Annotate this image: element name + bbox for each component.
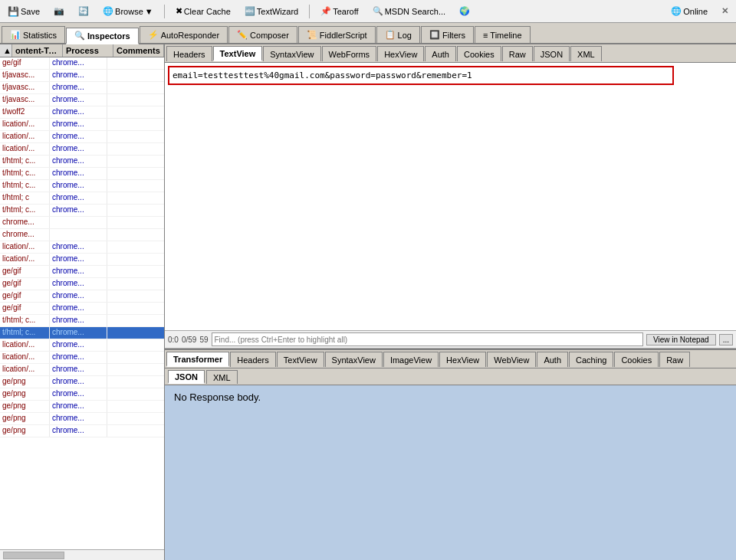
close-button[interactable]: ✕ (717, 4, 733, 18)
req-tab-xml[interactable]: XML (570, 46, 602, 61)
resp-tab-headers[interactable]: Headers (230, 352, 276, 367)
list-item[interactable]: ge/gifchrome... (0, 303, 164, 315)
req-raw-label: Raw (509, 50, 526, 59)
resp-syntaxview-label: SyntaxView (332, 355, 376, 365)
resp-subtab-xml[interactable]: XML (206, 370, 238, 384)
tab-autoresponder[interactable]: ⚡ AutoResponder (140, 26, 228, 43)
find-position: 0:0 (168, 336, 179, 344)
req-tab-auth[interactable]: Auth (425, 46, 456, 61)
online-button[interactable]: 🌐 Online (666, 4, 712, 18)
resp-tab-auth[interactable]: Auth (537, 352, 568, 367)
list-item[interactable]: t/woff2chrome... (0, 106, 164, 119)
list-item[interactable]: t/javasc...chrome... (0, 94, 164, 106)
req-tab-hexview[interactable]: HexView (377, 46, 424, 61)
filters-label: Filters (442, 31, 465, 40)
resp-tab-caching[interactable]: Caching (569, 352, 613, 367)
list-item[interactable]: lication/...chrome... (0, 352, 164, 364)
list-item[interactable]: t/html; c...chrome... (0, 315, 164, 327)
clear-cache-label: Clear Cache (184, 7, 231, 16)
list-item[interactable]: t/javasc...chrome... (0, 70, 164, 82)
req-tab-webforms[interactable]: WebForms (322, 46, 377, 61)
textwizard-icon: 🔤 (245, 6, 255, 16)
list-item[interactable]: lication/...chrome... (0, 339, 164, 352)
req-tab-syntaxview[interactable]: SyntaxView (263, 46, 320, 61)
list-item[interactable]: ge/gifchrome... (0, 266, 164, 278)
req-tab-json[interactable]: JSON (534, 46, 570, 61)
browse-label: Browse (115, 7, 143, 16)
resp-cookies-label: Cookies (621, 355, 652, 365)
list-item[interactable]: t/html; c...chrome... (0, 205, 164, 217)
view-in-notepad-button[interactable]: View in Notepad (646, 334, 716, 345)
list-item[interactable]: lication/...chrome... (0, 241, 164, 254)
list-item[interactable]: ge/pngchrome... (0, 401, 164, 413)
tab-inspectors[interactable]: 🔍 Inspectors (66, 28, 139, 44)
browse-button[interactable]: 🌐 Browse ▼ (98, 4, 158, 18)
resp-tab-imageview[interactable]: ImageView (383, 352, 439, 367)
list-item[interactable]: ge/pngchrome... (0, 388, 164, 401)
req-tab-textview[interactable]: TextView (213, 46, 263, 61)
req-textview-label: TextView (220, 49, 256, 58)
list-item[interactable]: lication/...chrome... (0, 254, 164, 266)
screenshot-button[interactable]: 📷 (49, 4, 69, 18)
list-item[interactable]: ge/gifchrome... (0, 57, 164, 70)
clear-cache-button[interactable]: ✖ Clear Cache (171, 4, 235, 18)
resp-headers-label: Headers (237, 355, 269, 365)
list-item[interactable]: chrome... (0, 217, 164, 229)
save-button[interactable]: 💾 Save (3, 4, 44, 19)
find-count: 0/59 (182, 336, 196, 344)
msdn-search-button[interactable]: 🔍 MSDN Search... (368, 4, 450, 18)
main-layout: ▲ ontent-Type Process Comments ge/gifchr… (0, 44, 736, 560)
horizontal-scrollbar[interactable] (0, 549, 164, 560)
resp-tab-textview[interactable]: TextView (277, 352, 324, 367)
response-subtabs2: JSON XML (165, 368, 736, 385)
tab-timeline[interactable]: ≡ Timeline (475, 26, 531, 43)
list-item[interactable]: t/html; c...chrome... (0, 168, 164, 180)
filters-icon: 🔲 (429, 30, 440, 40)
list-item[interactable]: ge/gifchrome... (0, 278, 164, 290)
list-item[interactable]: t/html; c...chrome... (0, 180, 164, 192)
list-item[interactable]: ge/pngchrome... (0, 413, 164, 425)
tab-statistics[interactable]: 📊 Statistics (2, 26, 65, 43)
list-item[interactable]: chrome... (0, 229, 164, 241)
resp-tab-webview[interactable]: WebView (487, 352, 536, 367)
resp-raw-label: Raw (666, 355, 683, 365)
list-item[interactable]: lication/...chrome... (0, 119, 164, 131)
list-item[interactable]: t/javasc...chrome... (0, 82, 164, 94)
list-item[interactable]: lication/...chrome... (0, 143, 164, 156)
tab-log[interactable]: 📋 Log (376, 26, 420, 43)
tearoff-button[interactable]: 📌 Tearoff (316, 4, 363, 18)
resp-tab-cookies[interactable]: Cookies (614, 352, 659, 367)
list-item[interactable]: lication/...chrome... (0, 131, 164, 143)
response-area: JSON XML No Response body. (165, 368, 736, 560)
list-item[interactable]: ge/gifchrome... (0, 290, 164, 303)
textwizard-label: TextWizard (257, 7, 298, 16)
tab-filters[interactable]: 🔲 Filters (421, 26, 474, 43)
find-bar: 0:0 0/59 59 View in Notepad ... (165, 330, 736, 349)
sort-button[interactable]: ▲ (0, 44, 12, 57)
resp-subtab-json[interactable]: JSON (168, 370, 205, 384)
req-tab-headers[interactable]: Headers (166, 46, 212, 61)
resp-tab-hexview[interactable]: HexView (439, 352, 486, 367)
list-item[interactable]: ge/pngchrome... (0, 376, 164, 388)
resp-tab-syntaxview[interactable]: SyntaxView (325, 352, 383, 367)
list-item[interactable]: t/html; cchrome... (0, 192, 164, 205)
find-input[interactable] (212, 332, 644, 346)
tab-composer[interactable]: ✏️ Composer (228, 26, 297, 43)
resp-tab-transformer[interactable]: Transformer (166, 352, 229, 367)
list-item-selected[interactable]: t/html; c...chrome... (0, 327, 164, 339)
tab-fiddlerscript[interactable]: 📜 FiddlerScript (298, 26, 376, 43)
list-item[interactable]: ge/pngchrome... (0, 425, 164, 437)
resp-tab-raw[interactable]: Raw (659, 352, 690, 367)
req-tab-raw[interactable]: Raw (502, 46, 533, 61)
textwizard-button[interactable]: 🔤 TextWizard (240, 4, 303, 18)
list-item[interactable]: lication/...chrome... (0, 364, 164, 376)
req-tab-cookies[interactable]: Cookies (457, 46, 501, 61)
list-item[interactable]: t/html; c...chrome... (0, 156, 164, 168)
tearoff-label: Tearoff (333, 7, 358, 16)
online-label: Online (683, 7, 708, 16)
msdn-icon: 🔍 (373, 6, 383, 16)
request-body-text: email=testtesttest%40gmail.com&password=… (168, 66, 674, 85)
refresh-button[interactable]: 🔄 (74, 4, 94, 18)
find-extra-button[interactable]: ... (719, 334, 733, 345)
globe-button[interactable]: 🌍 (455, 4, 475, 18)
